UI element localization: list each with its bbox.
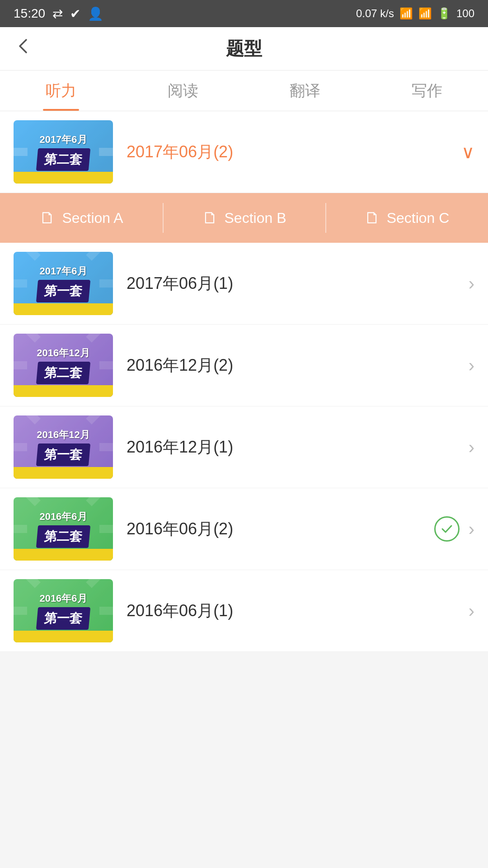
status-time: 15:20 bbox=[14, 6, 45, 21]
section-a-button[interactable]: 🗋 Section A bbox=[0, 193, 163, 243]
list-item[interactable]: 2016年12月 第一套 2016年12月(1) › bbox=[0, 406, 488, 488]
svg-line-17 bbox=[89, 334, 113, 340]
section-b-button[interactable]: 🗋 Section B bbox=[163, 193, 325, 243]
thumb-year: 2016年12月 bbox=[37, 346, 89, 360]
thumbnail-2016-12-1: 2016年12月 第一套 bbox=[14, 415, 113, 479]
thumbnail-2017-06-1: 2017年6月 第一套 bbox=[14, 252, 113, 315]
section-c-button[interactable]: 🗋 Section C bbox=[325, 193, 488, 243]
thumb-year: 2017年6月 bbox=[39, 264, 87, 278]
thumb-set: 第二套 bbox=[36, 362, 90, 384]
list-item-label: 2016年06月(1) bbox=[127, 600, 455, 622]
thumbnail-2016-06-1: 2016年6月 第一套 bbox=[14, 579, 113, 642]
svg-line-15 bbox=[14, 252, 38, 258]
svg-line-7 bbox=[14, 125, 28, 179]
thumb-set: 第一套 bbox=[36, 280, 90, 302]
document-icon: 🗋 bbox=[364, 208, 380, 227]
list-item-actions: › bbox=[469, 601, 474, 621]
thumb-year: 2016年12月 bbox=[37, 428, 89, 442]
status-right: 0.07 k/s 📶 📶 🔋 100 bbox=[356, 7, 474, 20]
list-item-actions: › bbox=[434, 516, 474, 542]
svg-line-33 bbox=[89, 497, 113, 503]
chevron-down-icon: ∨ bbox=[461, 142, 474, 162]
tab-reading[interactable]: 阅读 bbox=[122, 71, 244, 111]
list-item-actions: ∨ bbox=[461, 142, 474, 162]
svg-line-5 bbox=[99, 125, 113, 179]
person-icon: 👤 bbox=[88, 6, 103, 21]
thumb-set: 第二套 bbox=[36, 148, 90, 171]
status-left: 15:20 ⇄ ✔ 👤 bbox=[14, 6, 103, 21]
content-list: 2017年6月 第二套 2017年06月(2) ∨ 🗋 Section A 🗋 … bbox=[0, 111, 488, 652]
battery-icon: 🔋 bbox=[437, 7, 451, 20]
status-bar: 15:20 ⇄ ✔ 👤 0.07 k/s 📶 📶 🔋 100 bbox=[0, 0, 488, 27]
list-item-label: 2016年12月(2) bbox=[127, 354, 455, 377]
list-item[interactable]: 2017年6月 第一套 2017年06月(1) › bbox=[0, 243, 488, 325]
chevron-right-icon: › bbox=[469, 601, 474, 621]
list-item-label: 2016年06月(2) bbox=[127, 518, 421, 540]
section-c-label: Section C bbox=[387, 210, 450, 226]
thumb-year: 2017年6月 bbox=[39, 133, 87, 146]
thumbnail-2016-06-2: 2016年6月 第二套 bbox=[14, 497, 113, 561]
list-item-actions: › bbox=[469, 437, 474, 458]
list-item[interactable]: 2016年12月 第二套 2016年12月(2) › bbox=[0, 325, 488, 406]
usb-icon: ⇄ bbox=[52, 6, 63, 21]
svg-line-23 bbox=[14, 334, 38, 340]
section-bar: 🗋 Section A 🗋 Section B 🗋 Section C bbox=[0, 193, 488, 243]
nav-bar: 题型 bbox=[0, 27, 488, 71]
completed-check-icon bbox=[434, 516, 460, 542]
list-item-actions: › bbox=[469, 355, 474, 376]
thumb-set: 第二套 bbox=[36, 525, 90, 548]
signal-icon: 📶 bbox=[418, 7, 432, 20]
tab-writing[interactable]: 写作 bbox=[366, 71, 488, 111]
list-item-label: 2017年06月(1) bbox=[127, 273, 455, 295]
svg-line-39 bbox=[14, 497, 38, 503]
battery-level: 100 bbox=[456, 7, 474, 20]
wifi-icon: 📶 bbox=[399, 7, 413, 20]
list-item[interactable]: 2016年6月 第一套 2016年06月(1) › bbox=[0, 570, 488, 652]
thumb-set: 第一套 bbox=[36, 607, 90, 630]
svg-line-9 bbox=[89, 252, 113, 258]
document-icon: 🗋 bbox=[39, 208, 56, 227]
chevron-right-icon: › bbox=[469, 355, 474, 376]
list-item[interactable]: 2016年6月 第二套 2016年06月(2) › bbox=[0, 488, 488, 570]
list-item-label: 2016年12月(1) bbox=[127, 436, 455, 458]
back-button[interactable] bbox=[14, 36, 33, 61]
thumbnail-2016-12-2: 2016年12月 第二套 bbox=[14, 334, 113, 397]
check-icon: ✔ bbox=[70, 6, 80, 21]
document-icon: 🗋 bbox=[202, 208, 218, 227]
svg-line-31 bbox=[14, 415, 38, 421]
tab-translation[interactable]: 翻译 bbox=[244, 71, 366, 111]
list-item-actions: › bbox=[469, 274, 474, 294]
thumb-year: 2016年6月 bbox=[39, 510, 87, 524]
svg-line-41 bbox=[89, 579, 113, 585]
page-title: 题型 bbox=[226, 36, 262, 61]
list-item-label: 2017年06月(2) bbox=[127, 141, 448, 163]
tab-bar: 听力 阅读 翻译 写作 bbox=[0, 71, 488, 111]
list-item[interactable]: 2017年6月 第二套 2017年06月(2) ∨ bbox=[0, 111, 488, 193]
chevron-right-icon: › bbox=[469, 437, 474, 458]
tab-listening[interactable]: 听力 bbox=[0, 71, 122, 111]
speed-indicator: 0.07 k/s bbox=[356, 7, 394, 20]
section-b-label: Section B bbox=[225, 210, 286, 226]
chevron-right-icon: › bbox=[469, 519, 474, 539]
chevron-right-icon: › bbox=[469, 274, 474, 294]
thumb-set: 第一套 bbox=[36, 443, 90, 466]
thumb-year: 2016年6月 bbox=[39, 592, 87, 605]
svg-line-47 bbox=[14, 579, 38, 585]
svg-line-25 bbox=[89, 415, 113, 421]
thumbnail-2017-06-2: 2017年6月 第二套 bbox=[14, 120, 113, 184]
section-a-label: Section A bbox=[62, 210, 123, 226]
